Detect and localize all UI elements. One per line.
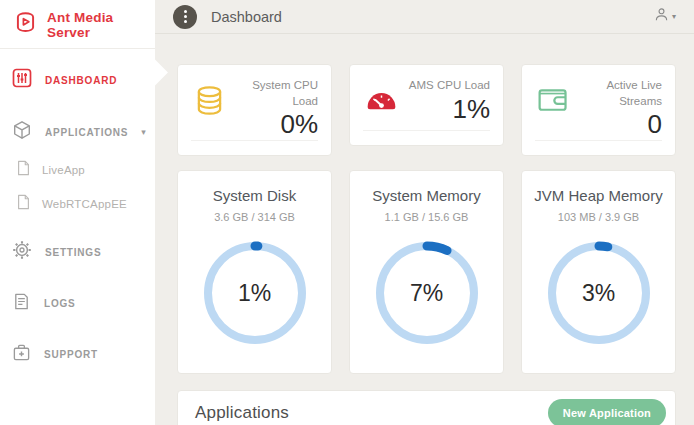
gauge-subtitle: 1.1 GB / 15.6 GB [358,211,495,223]
new-application-button[interactable]: New Application [548,399,666,425]
stat-cards-row: System CPU Load 0% [177,64,676,156]
chevron-down-icon: ▾ [672,12,676,21]
stat-value: 0% [228,110,318,139]
speedometer-icon [363,82,400,123]
gear-icon [12,240,32,264]
sidebar-item-liveapp[interactable]: LiveApp [0,153,155,187]
stat-label: Active Live Streams [572,78,662,109]
sidebar-item-label: WebRTCAppEE [42,198,127,210]
sidebar: Ant Media Server DASHBOARD APPLICATIONS … [0,0,155,425]
circular-gauge: 3% [545,239,653,347]
file-icon [16,160,31,180]
stat-value: 0 [572,110,662,139]
wallet-icon [535,82,572,123]
sidebar-item-label: SETTINGS [45,247,101,258]
brand-name: Ant Media Server [47,10,143,40]
applications-section-header: Applications New Application [177,390,676,425]
dashboard-sliders-icon [12,68,32,92]
chevron-down-icon: ▾ [141,127,146,137]
gauge-cards-row: System Disk 3.6 GB / 314 GB 1% System Me… [177,170,676,374]
sidebar-divider [0,48,155,49]
stat-card-system-cpu: System CPU Load 0% [177,64,332,156]
card-divider [535,140,662,141]
user-menu[interactable]: ▾ [654,7,676,26]
dashboard-content: System CPU Load 0% [155,34,694,425]
gauge-value: 7% [373,239,481,347]
sidebar-item-label: SUPPORT [44,349,98,360]
gauge-card-system-memory: System Memory 1.1 GB / 15.6 GB 7% [349,170,504,374]
gauge-subtitle: 103 MB / 3.9 GB [530,211,667,223]
sidebar-item-label: LiveApp [42,164,85,176]
gauge-title: System Disk [186,187,323,204]
file-icon [16,194,31,214]
brand[interactable]: Ant Media Server [0,0,155,48]
gauge-title: System Memory [358,187,495,204]
sidebar-item-label: APPLICATIONS [45,127,128,138]
stat-card-active-streams: Active Live Streams 0 [521,64,676,156]
gauge-value: 3% [545,239,653,347]
topbar: Dashboard ▾ [155,0,694,34]
main-area: Dashboard ▾ [155,0,694,425]
circular-gauge: 7% [373,239,481,347]
sidebar-item-applications[interactable]: APPLICATIONS ▾ [0,111,155,153]
sidebar-item-dashboard[interactable]: DASHBOARD [0,59,155,101]
gauge-card-jvm-heap: JVM Heap Memory 103 MB / 3.9 GB 3% [521,170,676,374]
applications-title: Applications [195,403,289,423]
gauge-card-system-disk: System Disk 3.6 GB / 314 GB 1% [177,170,332,374]
ant-media-logo-icon [12,9,39,40]
gauge-value: 1% [201,239,309,347]
sidebar-item-label: DASHBOARD [45,75,117,86]
database-icon [191,82,228,123]
sidebar-item-support[interactable]: SUPPORT [0,334,155,375]
stat-card-ams-cpu: AMS CPU Load 1% [349,64,504,146]
card-divider [363,130,490,131]
stat-label: System CPU Load [228,78,318,109]
support-kit-icon [12,343,31,366]
gauge-title: JVM Heap Memory [530,187,667,204]
sidebar-item-logs[interactable]: LOGS [0,283,155,324]
sidebar-item-label: LOGS [44,298,76,309]
gauge-subtitle: 3.6 GB / 314 GB [186,211,323,223]
card-divider [191,140,318,141]
user-icon [654,7,669,26]
kebab-menu-icon[interactable] [173,5,197,29]
page-title: Dashboard [211,9,282,25]
sidebar-item-settings[interactable]: SETTINGS [0,231,155,273]
cube-icon [12,120,32,144]
sidebar-item-webrtcappee[interactable]: WebRTCAppEE [0,187,155,221]
stat-value: 1% [409,95,490,124]
logs-icon [12,292,31,315]
stat-label: AMS CPU Load [409,78,490,94]
circular-gauge: 1% [201,239,309,347]
